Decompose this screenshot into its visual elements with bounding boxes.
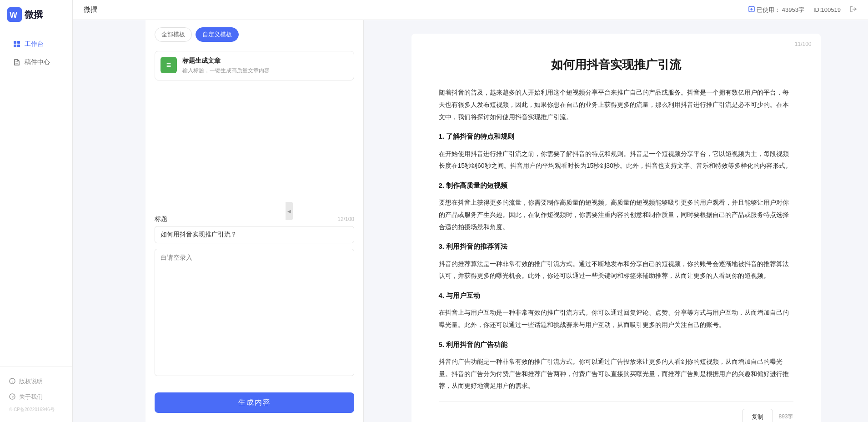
article-title: 如何用抖音实现推广引流 bbox=[439, 56, 793, 73]
topbar-title: 微撰 bbox=[84, 5, 97, 14]
template-desc: 输入标题，一键生成高质量文章内容 bbox=[182, 67, 270, 75]
template-icon: ≡ bbox=[161, 57, 177, 73]
right-panel: 11/100 如何用抖音实现推广引流 随着抖音的普及，越来越多的人开始利用这个短… bbox=[364, 20, 868, 422]
svg-text:W: W bbox=[10, 10, 17, 20]
panel-tabs: 全部模板 自定义模板 bbox=[146, 20, 363, 47]
usage-count: 43953字 bbox=[782, 6, 804, 14]
collapse-toggle[interactable]: ◀ bbox=[286, 202, 293, 220]
template-list: ≡ 标题生成文章 输入标题，一键生成高质量文章内容 bbox=[146, 47, 363, 210]
doc-icon: ≡ bbox=[166, 60, 171, 70]
article-para-3: 抖音的推荐算法是一种非常有效的推广引流方式。通过不断地发布和分享自己的短视频，你… bbox=[439, 258, 793, 282]
usage-icon bbox=[748, 6, 755, 14]
sidebar-nav: 工作台 稿件中心 bbox=[0, 31, 72, 366]
article-intro: 随着抖音的普及，越来越多的人开始利用这个短视频分享平台来推广自己的产品或服务。抖… bbox=[439, 86, 793, 123]
title-input[interactable] bbox=[155, 226, 354, 243]
copyright-label: 版权说明 bbox=[19, 377, 43, 386]
form-area: 标题 12/100 bbox=[146, 210, 363, 377]
svg-rect-5 bbox=[17, 45, 20, 47]
svg-text:i: i bbox=[12, 379, 13, 383]
word-count: 893字 bbox=[778, 413, 793, 421]
app-name: 微撰 bbox=[25, 9, 43, 21]
usage-label: 已使用： bbox=[757, 6, 780, 14]
article-heading-3: 3. 利用抖音的推荐算法 bbox=[439, 240, 793, 253]
article-para-5: 抖音的广告功能是一种非常有效的推广引流方式。你可以通过广告投放来让更多的人看到你… bbox=[439, 356, 793, 392]
article-para-1: 在开始使用抖音进行推广引流之前，你需要了解抖音的特点和规则。抖音是一个短视频分享… bbox=[439, 148, 793, 172]
help-icon: ? bbox=[9, 393, 15, 401]
topbar: 微撰 已使用： 43953字 ID:100519 bbox=[73, 0, 868, 20]
article-heading-4: 4. 与用户互动 bbox=[439, 289, 793, 302]
svg-text:?: ? bbox=[12, 395, 14, 399]
title-count: 12/100 bbox=[337, 216, 354, 222]
article-heading-1: 1. 了解抖音的特点和规则 bbox=[439, 130, 793, 143]
sidebar-item-label: 工作台 bbox=[25, 40, 44, 48]
article-heading-2: 2. 制作高质量的短视频 bbox=[439, 179, 793, 192]
svg-rect-2 bbox=[14, 41, 16, 44]
topbar-right: 已使用： 43953字 ID:100519 bbox=[748, 5, 857, 14]
sidebar: W 微撰 工作台 bbox=[0, 0, 73, 422]
sidebar-item-drafts[interactable]: 稿件中心 bbox=[4, 54, 69, 71]
svg-rect-3 bbox=[17, 41, 20, 44]
about-label: 关于我们 bbox=[19, 393, 43, 401]
generate-button[interactable]: 生成内容 bbox=[155, 392, 354, 413]
file-icon bbox=[13, 58, 21, 66]
info-icon: i bbox=[9, 378, 15, 386]
form-label-row: 标题 12/100 bbox=[155, 215, 354, 223]
tab-custom-templates[interactable]: 自定义模板 bbox=[196, 27, 239, 42]
svg-rect-4 bbox=[14, 45, 16, 47]
sidebar-logo: W 微撰 bbox=[0, 0, 72, 31]
template-name: 标题生成文章 bbox=[182, 57, 270, 65]
logo-icon: W bbox=[7, 7, 22, 22]
template-info: 标题生成文章 输入标题，一键生成高质量文章内容 bbox=[182, 57, 270, 75]
article-container: 11/100 如何用抖音实现推广引流 随着抖音的普及，越来越多的人开始利用这个短… bbox=[411, 34, 821, 422]
sidebar-item-workbench[interactable]: 工作台 bbox=[4, 35, 69, 53]
sidebar-item-copyright[interactable]: i 版权说明 bbox=[0, 374, 72, 389]
icp-text: ©ICP备2022016946号 bbox=[0, 405, 72, 415]
template-card[interactable]: ≡ 标题生成文章 输入标题，一键生成高质量文章内容 bbox=[155, 51, 354, 80]
article-heading-5: 5. 利用抖音的广告功能 bbox=[439, 338, 793, 352]
usage-display: 已使用： 43953字 bbox=[748, 6, 804, 14]
main-content: 全部模板 自定义模板 ≡ 标题生成文章 输入标题，一键生成高质量文章内容 标题 … bbox=[146, 20, 868, 422]
sidebar-item-label: 稿件中心 bbox=[25, 58, 50, 66]
grid-icon bbox=[13, 40, 21, 48]
copy-button[interactable]: 复制 bbox=[742, 409, 773, 422]
article-body: 随着抖音的普及，越来越多的人开始利用这个短视频分享平台来推广自己的产品或服务。抖… bbox=[439, 86, 793, 392]
left-panel: 全部模板 自定义模板 ≡ 标题生成文章 输入标题，一键生成高质量文章内容 标题 … bbox=[146, 20, 364, 422]
article-para-4: 在抖音上与用户互动是一种非常有效的推广引流方式。你可以通过回复评论、点赞、分享等… bbox=[439, 306, 793, 331]
user-id: ID:100519 bbox=[813, 6, 841, 13]
content-textarea[interactable] bbox=[155, 249, 354, 376]
logout-button[interactable] bbox=[850, 5, 857, 14]
page-number: 11/100 bbox=[795, 41, 812, 47]
article-para-2: 要想在抖音上获得更多的流量，你需要制作高质量的短视频。高质量的短视频能够吸引更多… bbox=[439, 196, 793, 233]
sidebar-item-about[interactable]: ? 关于我们 bbox=[0, 389, 72, 405]
title-label: 标题 bbox=[155, 215, 167, 223]
sidebar-footer: i 版权说明 ? 关于我们 ©ICP备2022016946号 bbox=[0, 366, 72, 422]
tab-all-templates[interactable]: 全部模板 bbox=[155, 27, 192, 42]
generate-btn-wrap: 生成内容 bbox=[146, 385, 363, 422]
article-footer: 复制 893字 bbox=[439, 401, 793, 422]
